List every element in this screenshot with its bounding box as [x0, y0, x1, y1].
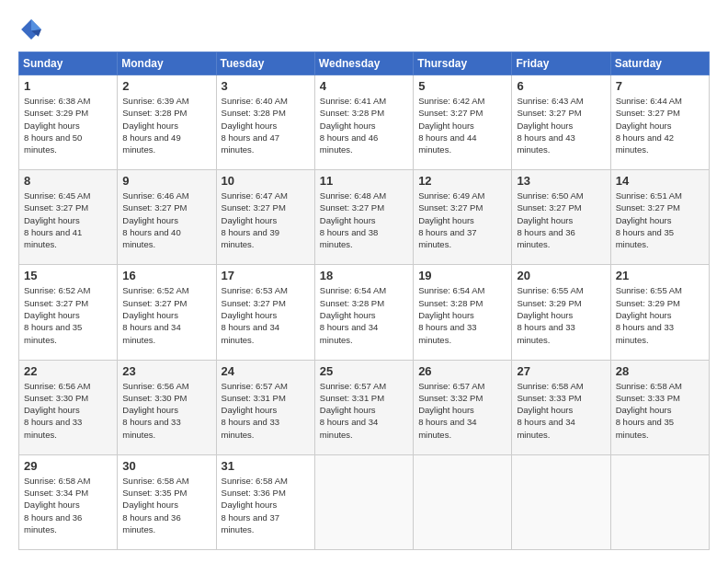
day-cell: 26 Sunrise: 6:57 AM Sunset: 3:32 PM Dayl… — [414, 360, 512, 454]
header-row: SundayMondayTuesdayWednesdayThursdayFrid… — [19, 52, 710, 75]
day-info: Sunrise: 6:58 AM Sunset: 3:34 PM Dayligh… — [24, 475, 112, 535]
day-number: 31 — [222, 459, 310, 473]
day-cell: 25 Sunrise: 6:57 AM Sunset: 3:31 PM Dayl… — [314, 360, 413, 454]
calendar-body: 1 Sunrise: 6:38 AM Sunset: 3:29 PM Dayli… — [19, 75, 710, 550]
day-number: 20 — [517, 269, 605, 282]
day-cell: 18 Sunrise: 6:54 AM Sunset: 3:28 PM Dayl… — [314, 265, 413, 360]
day-cell: 20 Sunrise: 6:55 AM Sunset: 3:29 PM Dayl… — [512, 265, 610, 360]
day-info: Sunrise: 6:54 AM Sunset: 3:28 PM Dayligh… — [418, 284, 506, 345]
day-info: Sunrise: 6:48 AM Sunset: 3:27 PM Dayligh… — [320, 190, 408, 250]
day-number: 14 — [616, 174, 704, 188]
day-info: Sunrise: 6:55 AM Sunset: 3:29 PM Dayligh… — [517, 284, 605, 345]
day-number: 29 — [24, 459, 112, 473]
day-info: Sunrise: 6:45 AM Sunset: 3:27 PM Dayligh… — [24, 190, 112, 250]
day-number: 13 — [517, 174, 605, 188]
day-info: Sunrise: 6:52 AM Sunset: 3:27 PM Dayligh… — [122, 284, 210, 345]
day-number: 5 — [418, 79, 506, 93]
day-number: 18 — [320, 269, 408, 282]
day-number: 30 — [122, 459, 210, 473]
day-info: Sunrise: 6:49 AM Sunset: 3:27 PM Dayligh… — [418, 190, 506, 250]
col-header-friday: Friday — [512, 52, 610, 75]
day-cell: 2 Sunrise: 6:39 AM Sunset: 3:28 PM Dayli… — [118, 75, 216, 170]
day-cell: 30 Sunrise: 6:58 AM Sunset: 3:35 PM Dayl… — [118, 454, 216, 549]
day-cell: 21 Sunrise: 6:55 AM Sunset: 3:29 PM Dayl… — [610, 265, 709, 360]
day-info: Sunrise: 6:46 AM Sunset: 3:27 PM Dayligh… — [122, 190, 210, 250]
day-cell: 5 Sunrise: 6:42 AM Sunset: 3:27 PM Dayli… — [414, 75, 512, 170]
day-number: 24 — [222, 364, 310, 378]
day-info: Sunrise: 6:57 AM Sunset: 3:31 PM Dayligh… — [222, 380, 310, 441]
col-header-sunday: Sunday — [19, 52, 118, 75]
day-number: 22 — [24, 364, 112, 378]
day-cell: 3 Sunrise: 6:40 AM Sunset: 3:28 PM Dayli… — [216, 75, 314, 170]
day-number: 8 — [24, 174, 112, 188]
week-row-2: 8 Sunrise: 6:45 AM Sunset: 3:27 PM Dayli… — [19, 170, 710, 265]
day-cell: 11 Sunrise: 6:48 AM Sunset: 3:27 PM Dayl… — [314, 170, 413, 265]
col-header-saturday: Saturday — [610, 52, 709, 75]
day-number: 27 — [517, 364, 605, 378]
day-info: Sunrise: 6:41 AM Sunset: 3:28 PM Dayligh… — [320, 95, 408, 155]
day-info: Sunrise: 6:58 AM Sunset: 3:33 PM Dayligh… — [517, 380, 605, 441]
day-number: 26 — [418, 364, 506, 378]
day-cell: 17 Sunrise: 6:53 AM Sunset: 3:27 PM Dayl… — [216, 265, 314, 360]
day-info: Sunrise: 6:50 AM Sunset: 3:27 PM Dayligh… — [517, 190, 605, 250]
day-number: 16 — [122, 269, 210, 282]
calendar-header: SundayMondayTuesdayWednesdayThursdayFrid… — [19, 52, 710, 75]
day-number: 15 — [24, 269, 112, 282]
col-header-tuesday: Tuesday — [216, 52, 314, 75]
day-number: 7 — [616, 79, 704, 93]
day-cell: 16 Sunrise: 6:52 AM Sunset: 3:27 PM Dayl… — [118, 265, 216, 360]
day-cell: 24 Sunrise: 6:57 AM Sunset: 3:31 PM Dayl… — [216, 360, 314, 454]
day-info: Sunrise: 6:55 AM Sunset: 3:29 PM Dayligh… — [616, 284, 704, 345]
day-number: 2 — [122, 79, 210, 93]
svg-marker-1 — [31, 19, 41, 30]
day-cell: 31 Sunrise: 6:58 AM Sunset: 3:36 PM Dayl… — [216, 454, 314, 549]
day-info: Sunrise: 6:57 AM Sunset: 3:32 PM Dayligh… — [418, 380, 506, 441]
day-info: Sunrise: 6:42 AM Sunset: 3:27 PM Dayligh… — [418, 95, 506, 155]
day-cell — [314, 454, 413, 549]
day-info: Sunrise: 6:53 AM Sunset: 3:27 PM Dayligh… — [222, 284, 310, 345]
col-header-thursday: Thursday — [414, 52, 512, 75]
day-cell: 23 Sunrise: 6:56 AM Sunset: 3:30 PM Dayl… — [118, 360, 216, 454]
day-info: Sunrise: 6:44 AM Sunset: 3:27 PM Dayligh… — [616, 95, 704, 155]
day-number: 3 — [222, 79, 310, 93]
day-cell: 7 Sunrise: 6:44 AM Sunset: 3:27 PM Dayli… — [610, 75, 709, 170]
day-info: Sunrise: 6:58 AM Sunset: 3:33 PM Dayligh… — [616, 380, 704, 441]
day-number: 19 — [418, 269, 506, 282]
day-cell: 10 Sunrise: 6:47 AM Sunset: 3:27 PM Dayl… — [216, 170, 314, 265]
day-cell: 9 Sunrise: 6:46 AM Sunset: 3:27 PM Dayli… — [118, 170, 216, 265]
day-cell — [610, 454, 709, 549]
day-info: Sunrise: 6:47 AM Sunset: 3:27 PM Dayligh… — [222, 190, 310, 250]
day-info: Sunrise: 6:56 AM Sunset: 3:30 PM Dayligh… — [24, 380, 112, 441]
logo-icon — [18, 17, 44, 42]
week-row-3: 15 Sunrise: 6:52 AM Sunset: 3:27 PM Dayl… — [19, 265, 710, 360]
day-cell: 12 Sunrise: 6:49 AM Sunset: 3:27 PM Dayl… — [414, 170, 512, 265]
day-cell: 13 Sunrise: 6:50 AM Sunset: 3:27 PM Dayl… — [512, 170, 610, 265]
page: SundayMondayTuesdayWednesdayThursdayFrid… — [0, 0, 728, 563]
week-row-4: 22 Sunrise: 6:56 AM Sunset: 3:30 PM Dayl… — [19, 360, 710, 454]
day-info: Sunrise: 6:52 AM Sunset: 3:27 PM Dayligh… — [24, 284, 112, 345]
day-cell — [512, 454, 610, 549]
col-header-monday: Monday — [118, 52, 216, 75]
day-cell: 27 Sunrise: 6:58 AM Sunset: 3:33 PM Dayl… — [512, 360, 610, 454]
day-info: Sunrise: 6:39 AM Sunset: 3:28 PM Dayligh… — [122, 95, 210, 155]
day-number: 11 — [320, 174, 408, 188]
day-cell: 29 Sunrise: 6:58 AM Sunset: 3:34 PM Dayl… — [19, 454, 118, 549]
day-info: Sunrise: 6:51 AM Sunset: 3:27 PM Dayligh… — [616, 190, 704, 250]
day-number: 25 — [320, 364, 408, 378]
day-info: Sunrise: 6:57 AM Sunset: 3:31 PM Dayligh… — [320, 380, 408, 441]
day-cell: 6 Sunrise: 6:43 AM Sunset: 3:27 PM Dayli… — [512, 75, 610, 170]
day-info: Sunrise: 6:40 AM Sunset: 3:28 PM Dayligh… — [222, 95, 310, 155]
week-row-1: 1 Sunrise: 6:38 AM Sunset: 3:29 PM Dayli… — [19, 75, 710, 170]
day-cell: 8 Sunrise: 6:45 AM Sunset: 3:27 PM Dayli… — [19, 170, 118, 265]
day-cell — [414, 454, 512, 549]
day-cell: 22 Sunrise: 6:56 AM Sunset: 3:30 PM Dayl… — [19, 360, 118, 454]
day-cell: 4 Sunrise: 6:41 AM Sunset: 3:28 PM Dayli… — [314, 75, 413, 170]
col-header-wednesday: Wednesday — [314, 52, 413, 75]
day-cell: 14 Sunrise: 6:51 AM Sunset: 3:27 PM Dayl… — [610, 170, 709, 265]
day-cell: 19 Sunrise: 6:54 AM Sunset: 3:28 PM Dayl… — [414, 265, 512, 360]
day-cell: 1 Sunrise: 6:38 AM Sunset: 3:29 PM Dayli… — [19, 75, 118, 170]
day-info: Sunrise: 6:43 AM Sunset: 3:27 PM Dayligh… — [517, 95, 605, 155]
day-info: Sunrise: 6:58 AM Sunset: 3:36 PM Dayligh… — [222, 475, 310, 535]
day-number: 23 — [122, 364, 210, 378]
day-number: 4 — [320, 79, 408, 93]
